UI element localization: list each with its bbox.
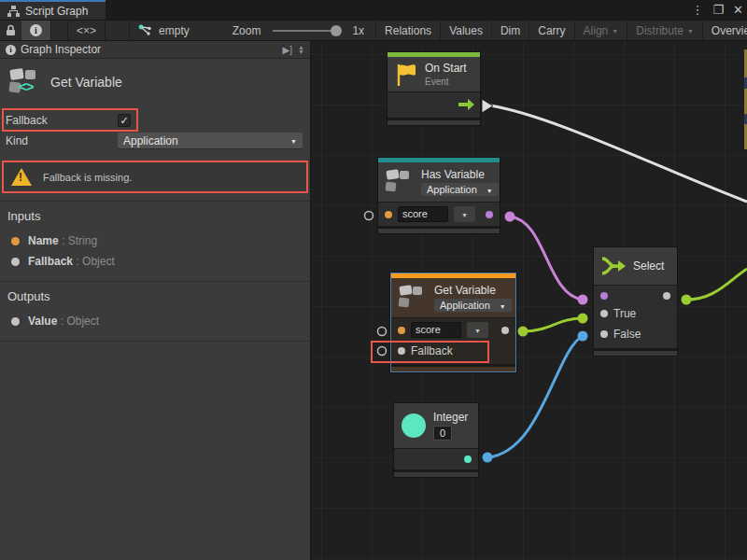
variable-picker-button[interactable]: ▼ <box>467 322 488 338</box>
get-variable-value-port[interactable] <box>518 327 529 337</box>
integer-output-dot[interactable] <box>464 455 472 463</box>
node-has-variable[interactable]: Has Variable Application ▼ score ▼ <box>377 157 500 234</box>
name-port-dot[interactable] <box>385 211 392 218</box>
wire-flow[interactable] <box>490 105 747 202</box>
variable-picker-button[interactable]: ▼ <box>454 206 475 222</box>
relations-button[interactable]: Relations <box>376 21 441 40</box>
kind-dropdown[interactable]: Application ▼ <box>434 299 512 312</box>
align-button[interactable]: Align▼ <box>575 21 628 40</box>
object-port-dot <box>11 258 20 266</box>
flag-icon <box>395 63 417 87</box>
zoom-value: 1x <box>344 21 376 40</box>
condition-port-dot[interactable] <box>600 292 608 300</box>
outputs-section: Outputs Value : Object <box>0 281 310 341</box>
graph-toolbar: i <×> empty Zoom 1x Relations Values Dim… <box>0 20 747 41</box>
kind-field-row: Kind Application ▼ <box>0 130 310 151</box>
chevron-down-icon: ▼ <box>612 28 618 35</box>
node-get-variable[interactable]: Get Variable Application ▼ score ▼ Fallb… <box>390 273 516 372</box>
node-title: Select <box>633 259 664 273</box>
inputs-title: Inputs <box>7 209 303 223</box>
select-true-port[interactable] <box>578 314 588 324</box>
node-integer[interactable]: Integer 0 <box>393 402 479 478</box>
kind-dropdown[interactable]: Application ▼ <box>421 183 499 196</box>
false-port-dot[interactable] <box>600 330 608 338</box>
outputs-title: Outputs <box>7 289 303 303</box>
dim-button[interactable]: Dim <box>492 21 529 40</box>
zoom-slider-handle[interactable] <box>331 25 342 36</box>
tab-script-graph[interactable]: Script Graph <box>0 0 106 20</box>
node-select[interactable]: Select True False <box>593 246 678 357</box>
select-condition-port[interactable] <box>578 295 588 305</box>
graph-reference-icon <box>138 24 152 36</box>
zoom-label: Zoom <box>224 21 270 40</box>
wires-layer <box>312 41 747 560</box>
tab-label: Script Graph <box>25 5 88 18</box>
select-icon <box>601 256 626 276</box>
values-button[interactable]: Values <box>441 21 492 40</box>
object-port-dot <box>11 317 20 326</box>
select-output-port[interactable] <box>682 295 692 305</box>
wire-object[interactable] <box>523 318 583 331</box>
lock-button[interactable] <box>0 21 21 40</box>
overview-button[interactable]: Overview <box>703 21 747 40</box>
variable-name-field[interactable]: score <box>411 322 461 338</box>
dock-icon[interactable]: ▶] <box>283 45 292 55</box>
get-variable-name-ring-port[interactable] <box>378 328 387 336</box>
true-port-label: True <box>613 307 636 320</box>
variable-name-field[interactable]: score <box>398 206 448 222</box>
get-variable-fallback-ring-port[interactable] <box>378 347 387 356</box>
node-on-start[interactable]: On Start Event <box>387 51 481 126</box>
fallback-port-dot[interactable] <box>398 347 405 355</box>
graph-inspector-header: i Graph Inspector ▶] ▲▼ <box>0 41 310 59</box>
string-port-dot <box>11 237 20 245</box>
false-port-label: False <box>613 328 641 341</box>
fallback-field-row: Fallback ✓ <box>0 111 310 130</box>
flow-output-triangle[interactable] <box>482 99 493 113</box>
chevron-down-icon: ▼ <box>687 28 694 35</box>
input-row-fallback: Fallback : Object <box>7 251 303 272</box>
true-port-dot[interactable] <box>600 310 608 317</box>
flow-arrow-icon[interactable] <box>458 99 474 110</box>
selection-port-dot[interactable] <box>663 292 670 300</box>
zoom-slider-track[interactable] <box>273 30 340 32</box>
graph-canvas[interactable]: On Start Event Has Variable Application <box>312 41 747 560</box>
distribute-button[interactable]: Distribute▼ <box>627 21 703 40</box>
has-variable-name-ring-port[interactable] <box>365 212 374 220</box>
result-port-dot[interactable] <box>486 211 493 218</box>
carry-button[interactable]: Carry <box>529 21 574 40</box>
lock-icon <box>6 24 16 36</box>
maximize-icon[interactable]: ❐ <box>712 0 724 20</box>
graph-inspector-title: Graph Inspector <box>21 43 101 56</box>
window-menu-icon[interactable]: ⋮ <box>691 0 703 20</box>
integer-output-port[interactable] <box>483 453 493 463</box>
fallback-checkbox[interactable]: ✓ <box>118 114 131 127</box>
select-false-port[interactable] <box>578 331 588 342</box>
chevron-down-icon: ▼ <box>486 188 493 194</box>
inspected-node-title-block: <> Get Variable <box>0 59 310 109</box>
warning-box: Fallback is missing. <box>2 161 308 193</box>
code-icon: <×> <box>77 24 96 37</box>
integer-value-field[interactable]: 0 <box>433 426 452 441</box>
name-port-dot[interactable] <box>398 327 405 334</box>
node-title: Has Variable <box>421 168 499 181</box>
fallback-port-label: Fallback <box>411 344 453 357</box>
close-icon[interactable]: ✕ <box>733 0 743 20</box>
has-variable-output-port[interactable] <box>505 212 515 222</box>
wire-bool[interactable] <box>510 217 583 300</box>
info-icon: i <box>6 45 16 55</box>
node-title: On Start <box>425 62 467 75</box>
chevron-down-icon: ▼ <box>461 212 468 218</box>
script-graph-icon <box>7 6 20 17</box>
integer-icon <box>402 413 426 438</box>
graph-reference-button[interactable]: empty <box>130 21 198 40</box>
inspector-toggle-button[interactable]: i <box>21 21 51 40</box>
fallback-field-label: Fallback <box>6 114 118 127</box>
node-subtitle: Event <box>425 77 467 87</box>
value-port-dot[interactable] <box>501 327 509 334</box>
graph-inspector-panel: i Graph Inspector ▶] ▲▼ <> Get Variable … <box>0 41 311 560</box>
kind-dropdown[interactable]: Application ▼ <box>118 133 303 148</box>
scroll-arrows[interactable]: ▲▼ <box>298 45 304 54</box>
wire-select-out[interactable] <box>686 269 747 300</box>
zoom-slider[interactable] <box>269 21 344 40</box>
code-preview-button[interactable]: <×> <box>68 21 106 40</box>
